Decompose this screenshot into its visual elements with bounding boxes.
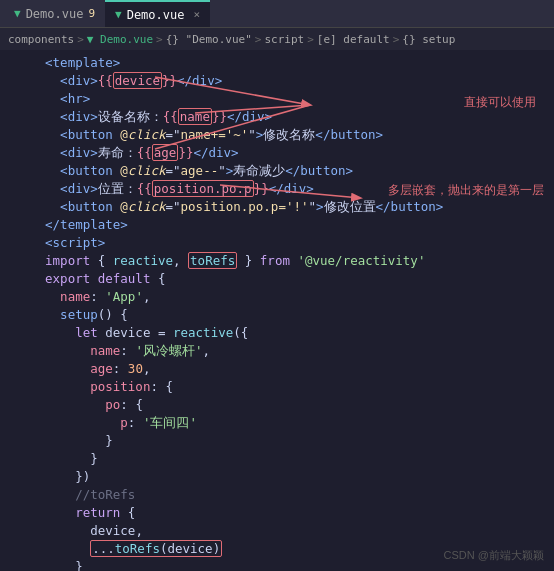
code-line-24: }) (0, 468, 554, 486)
name-highlight: name (178, 108, 212, 125)
breadcrumb: components > ▼ Demo.vue > {} "Demo.vue" … (0, 28, 554, 50)
code-line-1: <template> (0, 54, 554, 72)
code-line-17: name: '风冷螺杆', (0, 342, 554, 360)
code-line-10: </template> (0, 216, 554, 234)
code-line-27: device, (0, 522, 554, 540)
code-line-11: <script> (0, 234, 554, 252)
torefs-highlight: toRefs (188, 252, 237, 269)
watermark: CSDN @前端大颖颖 (444, 548, 544, 563)
code-line-4: <div>设备名称：{{name}}</div> (0, 108, 554, 126)
tab-bar: ▼ Demo.vue 9 ▼ Demo.vue × (0, 0, 554, 28)
code-line-12: import { reactive, toRefs } from '@vue/r… (0, 252, 554, 270)
device-highlight: device (113, 72, 162, 89)
code-line-3: <hr> (0, 90, 554, 108)
code-line-18: age: 30, (0, 360, 554, 378)
tab-count: 9 (88, 7, 95, 20)
code-line-8: <div>位置：{{position.po.p}}</div> (0, 180, 554, 198)
code-line-5: <button @click="name+='~'">修改名称</button> (0, 126, 554, 144)
code-line-19: position: { (0, 378, 554, 396)
code-area: <template> <div>{{device}}</div> <hr> <d… (0, 50, 554, 571)
vue-icon-1: ▼ (14, 7, 21, 20)
position-highlight: position.po.p (152, 180, 254, 197)
close-icon[interactable]: × (193, 8, 200, 21)
tab-label-1: Demo.vue (26, 7, 84, 21)
code-line-9: <button @click="position.po.p='!'">修改位置<… (0, 198, 554, 216)
code-line-15: setup() { (0, 306, 554, 324)
code-line-14: name: 'App', (0, 288, 554, 306)
code-line-20: po: { (0, 396, 554, 414)
code-line-25: //toRefs (0, 486, 554, 504)
tab-demo-vue-2[interactable]: ▼ Demo.vue × (105, 0, 210, 27)
vue-icon-2: ▼ (115, 8, 122, 21)
code-line-23: } (0, 450, 554, 468)
code-line-6: <div>寿命：{{age}}</div> (0, 144, 554, 162)
tab-demo-vue-1[interactable]: ▼ Demo.vue 9 (4, 0, 105, 27)
code-line-7: <button @click="age--">寿命减少</button> (0, 162, 554, 180)
code-line-13: export default { (0, 270, 554, 288)
age-highlight: age (152, 144, 179, 161)
code-line-16: let device = reactive({ (0, 324, 554, 342)
code-line-2: <div>{{device}}</div> (0, 72, 554, 90)
tab-label-2: Demo.vue (127, 8, 185, 22)
torefs-call-highlight: ...toRefs(device) (90, 540, 222, 557)
code-line-22: } (0, 432, 554, 450)
code-line-26: return { (0, 504, 554, 522)
code-line-21: p: '车间四' (0, 414, 554, 432)
